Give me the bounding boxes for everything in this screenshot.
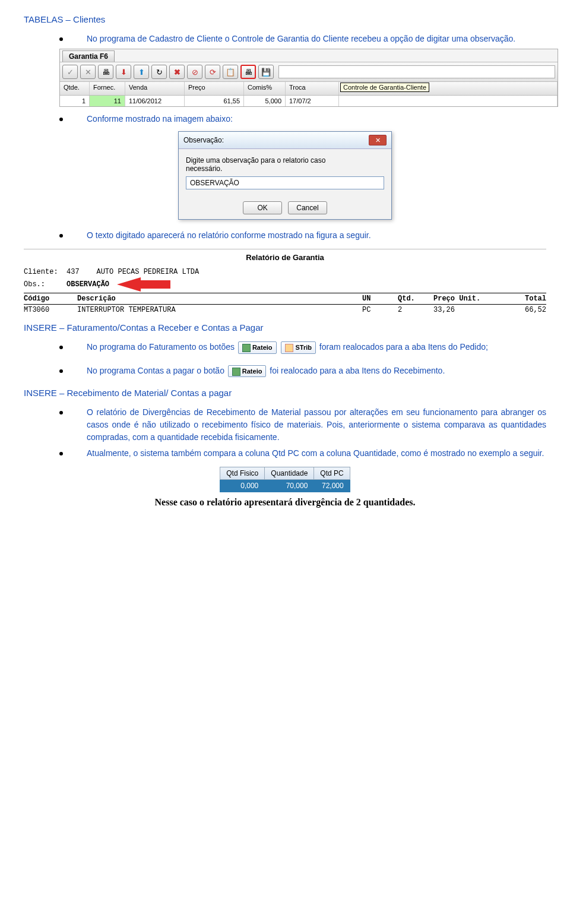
- confirm-icon[interactable]: ✓: [62, 65, 78, 79]
- bullet-5: No programa Contas a pagar o botão Ratei…: [59, 365, 546, 378]
- col-fornec: Fornec.: [90, 82, 125, 95]
- qty-row[interactable]: 0,000 70,000 72,000: [220, 480, 350, 492]
- col-tooltip-area: Controle de Garantia-Cliente: [339, 82, 558, 95]
- cell-venda: 11/06/2012: [125, 96, 185, 106]
- bullet-4: No programa do Faturamento os botões Rat…: [59, 341, 546, 354]
- obs-value: OBSERVAÇÃO: [66, 280, 109, 289]
- qh-quant: Quantidade: [265, 467, 314, 480]
- export-up-icon[interactable]: ⬆: [134, 65, 149, 79]
- report-row-1: MT3060 INTERRUPTOR TEMPERATURA PC 2 33,2…: [24, 306, 546, 314]
- col-venda: Venda: [125, 82, 185, 95]
- grid-header: Qtde. Fornec. Venda Preço Comis% Troca C…: [60, 81, 558, 96]
- print2-icon[interactable]: 🖶: [240, 65, 256, 79]
- arrow-tail: [141, 280, 170, 289]
- observation-input[interactable]: [186, 176, 384, 189]
- forbid-icon[interactable]: ⊘: [187, 65, 202, 79]
- rh-un: UN: [362, 295, 398, 303]
- client-name: AUTO PECAS PEDREIRA LTDA: [96, 268, 199, 276]
- reload-icon[interactable]: ⟳: [205, 65, 220, 79]
- toolbar-search-input[interactable]: [278, 65, 555, 78]
- b4b: foram realocados para a aba Itens do Ped…: [319, 342, 488, 352]
- report-garantia: Relatório de Garantia Cliente: 437 AUTO …: [24, 253, 546, 314]
- bullet-1: No programa de Cadastro de Cliente o Con…: [59, 33, 546, 45]
- bullet-dot: [59, 234, 63, 238]
- rh-cod: Código: [24, 295, 77, 303]
- cell-preco: 61,55: [185, 96, 244, 106]
- qh-fisico: Qtd Fisico: [220, 467, 265, 480]
- b5b: foi realocado para a aba Itens do Recebi…: [270, 366, 445, 375]
- col-troca: Troca: [286, 82, 339, 95]
- bullet-7: Atualmente, o sistema também compara a c…: [59, 447, 546, 460]
- footer-note: Nesse caso o relatório apresentará diver…: [24, 497, 546, 508]
- bullet-dot: [59, 411, 63, 414]
- rd-qtd: 2: [398, 306, 433, 314]
- dialog-buttons: OK Cancel: [179, 197, 391, 219]
- dialog-titlebar: Observação: ✕: [179, 132, 391, 149]
- bullet-5-text: No programa Contas a pagar o botão Ratei…: [87, 365, 445, 378]
- bullet-6: O relatório de Divergências de Recebimen…: [59, 406, 546, 444]
- client-id: 437: [66, 268, 80, 276]
- b4a: No programa do Faturamento os botões: [87, 342, 237, 352]
- report-title: Relatório de Garantia: [24, 253, 546, 262]
- rd-desc: INTERRUPTOR TEMPERATURA: [77, 306, 362, 314]
- section-heading-insere-rec: INSERE – Recebimento de Material/ Contas…: [24, 388, 546, 398]
- report-client-line: Cliente: 437 AUTO PECAS PEDREIRA LTDA: [24, 268, 546, 276]
- printer-icon[interactable]: 🖶: [98, 65, 113, 79]
- bullet-dot: [59, 452, 63, 455]
- toolbar-row: ✓ ✕ 🖶 ⬇ ⬆ ↻ ✖ ⊘ ⟳ 📋 🖶 💾: [60, 62, 558, 81]
- cell-comis: 5,000: [244, 96, 286, 106]
- ok-button[interactable]: OK: [243, 201, 282, 214]
- strib-button[interactable]: STrib: [281, 341, 316, 354]
- close-icon[interactable]: ✕: [369, 135, 387, 145]
- col-preco: Preço: [185, 82, 244, 95]
- obs-label: Obs.:: [24, 280, 45, 289]
- qty-table: Qtd Fisico Quantidade Qtd PC 0,000 70,00…: [220, 467, 350, 492]
- cell-fornec: 11: [90, 96, 125, 106]
- report-obs-line: Obs.: OBSERVAÇÃO: [24, 277, 546, 292]
- separator: [24, 249, 546, 249]
- col-comis: Comis%: [244, 82, 286, 95]
- dialog-msg-2: necessário.: [186, 164, 384, 173]
- bullet-dot: [59, 369, 63, 373]
- rh-desc: Descrição: [77, 295, 362, 303]
- client-label: Cliente:: [24, 268, 58, 276]
- dialog-msg-1: Digite uma observação para o relatorio c…: [186, 156, 384, 164]
- grid-row-1[interactable]: 1 11 11/06/2012 61,55 5,000 17/07/2: [60, 96, 558, 106]
- bullet-3: O texto digitado aparecerá no relatório …: [59, 229, 546, 242]
- app-toolbar-screenshot: Garantia F6 ✓ ✕ 🖶 ⬇ ⬆ ↻ ✖ ⊘ ⟳ 📋 🖶 💾 Qtde…: [59, 49, 558, 107]
- bullet-6-text: O relatório de Divergências de Recebimen…: [87, 406, 546, 444]
- col-qtde: Qtde.: [60, 82, 90, 95]
- dialog-title-text: Observação:: [183, 136, 224, 144]
- rateio-button[interactable]: Rateio: [238, 341, 277, 354]
- b5a: No programa Contas a pagar o botão: [87, 366, 227, 375]
- rh-tot: Total: [499, 295, 546, 303]
- refresh-icon[interactable]: ↻: [151, 65, 167, 79]
- bullet-dot: [59, 346, 63, 349]
- rd-pu: 33,26: [433, 306, 499, 314]
- delete-x-icon[interactable]: ✖: [169, 65, 185, 79]
- qv-pc: 72,000: [314, 480, 350, 492]
- cell-qtde: 1: [60, 96, 90, 106]
- dialog-observacao: Observação: ✕ Digite uma observação para…: [178, 131, 392, 220]
- tab-garantia[interactable]: Garantia F6: [62, 50, 115, 62]
- cell-rest: [339, 96, 558, 106]
- section-heading-insere-fat: INSERE – Faturamento/Contas a Receber e …: [24, 322, 546, 333]
- rd-un: PC: [362, 306, 398, 314]
- clipboard-icon[interactable]: 📋: [223, 65, 238, 79]
- export-down-icon[interactable]: ⬇: [116, 65, 131, 79]
- qv-fisico: 0,000: [220, 480, 265, 492]
- bullet-2-text: Conforme mostrado na imagem abaixo:: [87, 113, 233, 125]
- bullet-4-text: No programa do Faturamento os botões Rat…: [87, 341, 488, 354]
- cell-troca: 17/07/2: [286, 96, 339, 106]
- qv-quant: 70,000: [265, 480, 314, 492]
- rateio-button-2[interactable]: Rateio: [228, 365, 267, 378]
- save-disk-icon[interactable]: 💾: [258, 65, 274, 79]
- rd-tot: 66,52: [499, 306, 546, 314]
- report-hr: [24, 304, 546, 305]
- bullet-7-text: Atualmente, o sistema também compara a c…: [87, 447, 544, 460]
- bullet-1-text: No programa de Cadastro de Cliente o Con…: [87, 33, 515, 45]
- tooltip-garantia: Controle de Garantia-Cliente: [340, 83, 429, 92]
- cancel-button[interactable]: Cancel: [288, 201, 327, 214]
- rh-qtd: Qtd.: [398, 295, 433, 303]
- cancel-x-icon[interactable]: ✕: [80, 65, 96, 79]
